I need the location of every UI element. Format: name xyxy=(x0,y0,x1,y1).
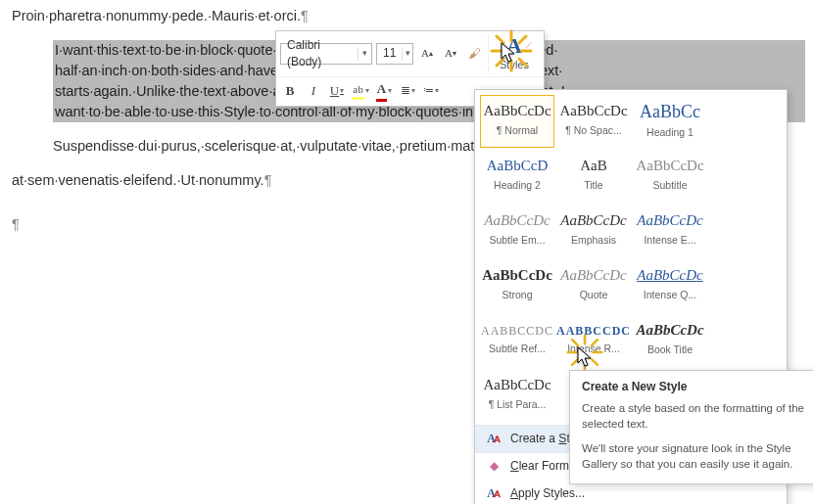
pilcrow-icon: ¶ xyxy=(12,216,20,232)
style-tile-quote[interactable]: AaBbCcDcQuote xyxy=(556,259,631,312)
grow-font-button[interactable]: A▴ xyxy=(417,44,437,64)
style-tile-intense-quote[interactable]: AaBbCcDcIntense Q... xyxy=(633,259,707,312)
style-tile-no-spacing[interactable]: AaBbCcDc¶ No Spac... xyxy=(556,95,631,148)
chevron-down-icon[interactable]: ▾ xyxy=(402,47,412,60)
style-tile-book-title[interactable]: AaBbCcDcBook Title xyxy=(633,314,707,367)
italic-button[interactable]: I xyxy=(304,81,323,101)
paintbrush-icon: ⟋ xyxy=(524,38,534,53)
font-color-button[interactable]: A▾ xyxy=(374,81,394,101)
style-tile-heading-2[interactable]: AaBbCcDHeading 2 xyxy=(480,150,554,203)
styles-label: Styles xyxy=(500,58,529,73)
style-tile-intense-emphasis[interactable]: AaBbCcDcIntense E... xyxy=(633,205,707,257)
style-tile-emphasis[interactable]: AaBbCcDcEmphasis xyxy=(556,205,631,257)
tooltip-text: We'll store your signature look in the S… xyxy=(582,441,808,472)
styles-button[interactable]: A⟋ Styles xyxy=(488,34,540,73)
eraser-icon: ◆ xyxy=(485,458,502,475)
bullets-button[interactable]: ≣▾ xyxy=(398,81,417,101)
style-tile-strong[interactable]: AaBbCcDcStrong xyxy=(480,259,554,312)
style-tile-title[interactable]: AaBTitle xyxy=(556,150,631,203)
style-tile-heading-1[interactable]: AaBbCcHeading 1 xyxy=(633,95,707,148)
apply-styles-icon: Aᴀ xyxy=(485,485,502,502)
page-canvas: Proin·pharetra·nonummy·pede.·Mauris·et·o… xyxy=(0,0,813,504)
underline-button[interactable]: U▾ xyxy=(327,81,347,101)
font-size-combo[interactable]: 11 ▾ xyxy=(376,43,413,65)
style-tile-subtle-emphasis[interactable]: AaBbCcDcSubtle Em... xyxy=(480,205,554,257)
numbering-button[interactable]: ≔▾ xyxy=(421,81,441,101)
tooltip-title: Create a New Style xyxy=(582,379,808,395)
format-painter-button[interactable]: 🖌 xyxy=(464,44,484,64)
font-name-combo[interactable]: Calibri (Body) ▾ xyxy=(280,43,372,65)
style-tile-intense-reference[interactable]: AABBCCDCIntense R... xyxy=(556,314,631,367)
style-tile-subtle-reference[interactable]: AABBCCDCSubtle Ref... xyxy=(480,314,554,367)
tooltip-create-new-style: Create a New Style Create a style based … xyxy=(569,370,813,484)
chevron-down-icon[interactable]: ▾ xyxy=(358,47,371,60)
font-name-value: Calibri (Body) xyxy=(281,37,358,71)
style-tile-normal[interactable]: AaBbCcDc¶ Normal xyxy=(480,95,554,148)
menu-label: Apply Styles... xyxy=(510,485,585,502)
bold-button[interactable]: B xyxy=(280,81,300,101)
create-style-icon: Aᴀ xyxy=(485,431,502,447)
text: at·sem·venenatis·eleifend.·Ut·nonummy. xyxy=(12,172,264,188)
paragraph: Proin·pharetra·nonummy·pede.·Mauris·et·o… xyxy=(12,6,805,26)
style-tile-list-paragraph[interactable]: AaBbCcDc¶ List Para... xyxy=(480,369,554,422)
tooltip-text: Create a style based on the formatting o… xyxy=(582,401,808,432)
highlight-button[interactable]: ab▾ xyxy=(351,81,370,101)
font-size-value: 11 xyxy=(377,45,402,62)
shrink-font-button[interactable]: A▾ xyxy=(441,44,460,64)
pilcrow-icon: ¶ xyxy=(301,8,309,23)
style-tile-subtitle[interactable]: AaBbCcDcSubtitle xyxy=(633,150,707,203)
text: Proin·pharetra·nonummy·pede.·Mauris·et·o… xyxy=(12,8,301,23)
pilcrow-icon: ¶ xyxy=(264,172,272,188)
